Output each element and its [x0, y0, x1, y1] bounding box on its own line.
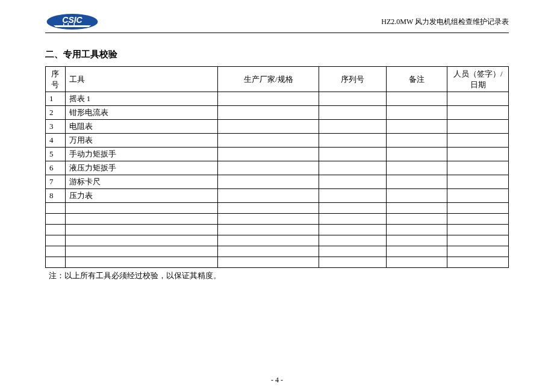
table-row — [46, 246, 509, 257]
cell-serial — [319, 120, 387, 134]
cell-serial — [319, 235, 387, 246]
cell-tool: 液压力矩扳手 — [65, 161, 218, 175]
section-title: 二、专用工具校验 — [45, 49, 509, 60]
svg-rect-2 — [63, 23, 64, 26]
cell-seq: 2 — [46, 106, 66, 120]
svg-rect-3 — [68, 23, 69, 26]
cell-spec — [218, 161, 319, 175]
cell-serial — [319, 161, 387, 175]
table-row: 1摇表 1 — [46, 92, 509, 106]
cell-tool: 摇表 1 — [65, 92, 218, 106]
cell-serial — [319, 203, 387, 214]
cell-sign — [447, 120, 509, 134]
cell-sign — [447, 214, 509, 225]
cell-sign — [447, 235, 509, 246]
cell-tool: 钳形电流表 — [65, 106, 218, 120]
cell-tool — [65, 235, 218, 246]
cell-spec — [218, 92, 319, 106]
cell-remark — [386, 189, 447, 203]
table-row — [46, 214, 509, 225]
header-seq: 序号 — [46, 67, 66, 92]
header-tool: 工具 — [65, 67, 218, 92]
cell-remark — [386, 235, 447, 246]
cell-tool — [65, 214, 218, 225]
cell-sign — [447, 148, 509, 161]
cell-spec — [218, 189, 319, 203]
cell-sign — [447, 106, 509, 120]
cell-remark — [386, 246, 447, 257]
cell-spec — [218, 214, 319, 225]
cell-remark — [386, 225, 447, 235]
cell-serial — [319, 148, 387, 161]
header-sign: 人员（签字）/日期 — [447, 67, 509, 92]
cell-seq: 6 — [46, 161, 66, 175]
cell-seq — [46, 225, 66, 235]
table-row — [46, 257, 509, 268]
cell-seq — [46, 235, 66, 246]
header-remark: 备注 — [386, 67, 447, 92]
cell-seq: 7 — [46, 175, 66, 189]
header-spec: 生产厂家/规格 — [218, 67, 319, 92]
table-row: 3电阻表 — [46, 120, 509, 134]
cell-serial — [319, 134, 387, 148]
cell-sign — [447, 92, 509, 106]
cell-tool: 万用表 — [65, 134, 218, 148]
cell-seq: 4 — [46, 134, 66, 148]
document-title: HZ2.0MW 风力发电机组检查维护记录表 — [381, 17, 509, 27]
table-row: 8压力表 — [46, 189, 509, 203]
table-row: 7游标卡尺 — [46, 175, 509, 189]
cell-tool — [65, 225, 218, 235]
cell-tool — [65, 257, 218, 268]
cell-remark — [386, 148, 447, 161]
table-header-row: 序号 工具 生产厂家/规格 序列号 备注 人员（签字）/日期 — [46, 67, 509, 92]
cell-spec — [218, 148, 319, 161]
cell-serial — [319, 214, 387, 225]
cell-seq: 8 — [46, 189, 66, 203]
cell-seq — [46, 214, 66, 225]
cell-remark — [386, 203, 447, 214]
cell-spec — [218, 225, 319, 235]
cell-sign — [447, 175, 509, 189]
cell-tool — [65, 246, 218, 257]
cell-serial — [319, 189, 387, 203]
cell-serial — [319, 106, 387, 120]
cell-tool — [65, 203, 218, 214]
cell-spec — [218, 106, 319, 120]
cell-sign — [447, 203, 509, 214]
cell-spec — [218, 246, 319, 257]
cell-serial — [319, 257, 387, 268]
cell-spec — [218, 134, 319, 148]
cell-remark — [386, 92, 447, 106]
cell-spec — [218, 203, 319, 214]
cell-tool: 游标卡尺 — [65, 175, 218, 189]
cell-remark — [386, 175, 447, 189]
table-row — [46, 235, 509, 246]
cell-tool: 压力表 — [65, 189, 218, 203]
svg-rect-4 — [74, 23, 75, 26]
cell-sign — [447, 257, 509, 268]
cell-tool: 手动力矩扳手 — [65, 148, 218, 161]
table-row: 6液压力矩扳手 — [46, 161, 509, 175]
cell-remark — [386, 106, 447, 120]
cell-serial — [319, 175, 387, 189]
cell-serial — [319, 92, 387, 106]
table-row: 4万用表 — [46, 134, 509, 148]
cell-sign — [447, 246, 509, 257]
cell-spec — [218, 120, 319, 134]
cell-seq: 5 — [46, 148, 66, 161]
cell-seq: 1 — [46, 92, 66, 106]
cell-spec — [218, 257, 319, 268]
cell-seq — [46, 203, 66, 214]
table-note: 注：以上所有工具必须经过校验，以保证其精度。 — [49, 270, 509, 281]
cell-sign — [447, 134, 509, 148]
table-row — [46, 203, 509, 214]
cell-remark — [386, 257, 447, 268]
page-number: - 4 - — [271, 376, 283, 385]
cell-sign — [447, 225, 509, 235]
table-row: 5手动力矩扳手 — [46, 148, 509, 161]
cell-remark — [386, 134, 447, 148]
table-row — [46, 225, 509, 235]
cell-sign — [447, 189, 509, 203]
cell-seq — [46, 246, 66, 257]
svg-text:CSIC: CSIC — [62, 15, 82, 25]
